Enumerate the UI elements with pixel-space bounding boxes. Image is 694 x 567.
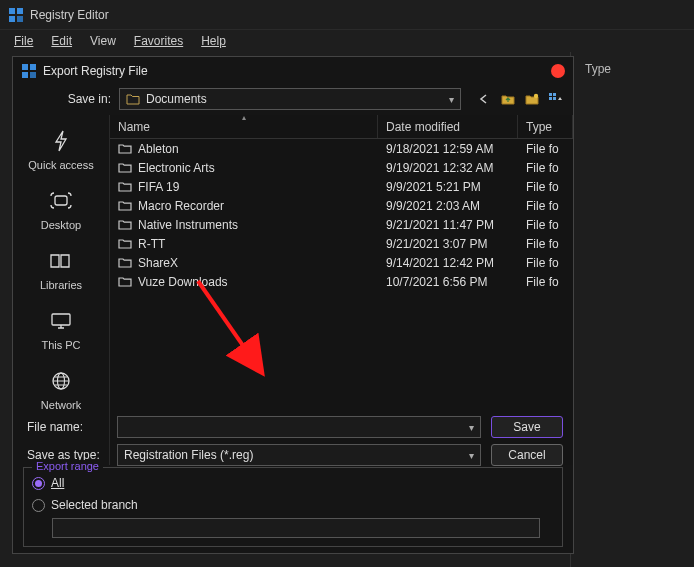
menu-favorites[interactable]: Favorites (126, 32, 191, 50)
table-row[interactable]: Ableton9/18/2021 12:59 AMFile fo (110, 139, 573, 158)
save-in-row: Save in: Documents ▾ (13, 85, 573, 115)
file-type: File fo (518, 256, 573, 270)
export-dialog: Export Registry File Save in: Documents … (12, 56, 574, 554)
file-date: 9/21/2021 3:07 PM (378, 237, 518, 251)
radio-all[interactable]: All (32, 472, 554, 494)
branch-input[interactable] (52, 518, 540, 538)
file-name: Electronic Arts (138, 161, 215, 175)
table-row[interactable]: FIFA 199/9/2021 5:21 PMFile fo (110, 177, 573, 196)
file-date: 9/21/2021 11:47 PM (378, 218, 518, 232)
svg-rect-6 (22, 72, 28, 78)
nav-this-pc[interactable]: This PC (17, 301, 105, 359)
svg-rect-3 (17, 16, 23, 22)
folder-icon (118, 276, 132, 287)
svg-rect-1 (17, 8, 23, 14)
svg-point-8 (534, 94, 538, 98)
svg-rect-9 (549, 93, 552, 96)
table-row[interactable]: Native Instruments9/21/2021 11:47 PMFile… (110, 215, 573, 234)
table-row[interactable]: ShareX9/14/2021 12:42 PMFile fo (110, 253, 573, 272)
libraries-icon (47, 247, 75, 275)
filename-row: File name: ▾ Save (23, 413, 563, 441)
file-date: 9/9/2021 5:21 PM (378, 180, 518, 194)
save-in-combo[interactable]: Documents ▾ (119, 88, 461, 110)
back-icon[interactable] (475, 90, 493, 108)
save-in-label: Save in: (21, 92, 111, 106)
app-titlebar: Registry Editor (0, 0, 694, 30)
new-folder-icon[interactable] (523, 90, 541, 108)
filetype-combo[interactable]: Registration Files (*.reg) ▾ (117, 444, 481, 466)
desktop-icon (47, 187, 75, 215)
svg-rect-11 (549, 97, 552, 100)
globe-icon (47, 367, 75, 395)
file-rows: Ableton9/18/2021 12:59 AMFile foElectron… (110, 139, 573, 291)
svg-rect-10 (553, 93, 556, 96)
chevron-down-icon: ▾ (469, 422, 474, 433)
svg-rect-0 (9, 8, 15, 14)
sort-asc-icon: ▴ (242, 113, 246, 122)
svg-rect-13 (55, 196, 67, 205)
column-header-type[interactable]: Type (577, 58, 688, 80)
filetype-row: Save as type: Registration Files (*.reg)… (23, 441, 563, 469)
svg-rect-4 (22, 64, 28, 70)
svg-rect-7 (30, 72, 36, 78)
lightning-icon (47, 127, 75, 155)
menu-help[interactable]: Help (193, 32, 234, 50)
column-header-date[interactable]: Date modified (378, 115, 518, 138)
regedit-icon (21, 63, 37, 79)
toolbar-icons (469, 90, 565, 108)
view-menu-icon[interactable] (547, 90, 565, 108)
file-type: File fo (518, 180, 573, 194)
list-header: Name ▴ Date modified Type (110, 115, 573, 139)
table-row[interactable]: Vuze Downloads10/7/2021 6:56 PMFile fo (110, 272, 573, 291)
folder-icon (118, 181, 132, 192)
filename-input[interactable]: ▾ (117, 416, 481, 438)
svg-rect-12 (553, 97, 556, 100)
folder-icon (126, 93, 140, 105)
filename-label: File name: (23, 420, 107, 434)
save-button[interactable]: Save (491, 416, 563, 438)
nav-quick-access[interactable]: Quick access (17, 121, 105, 179)
nav-libraries[interactable]: Libraries (17, 241, 105, 299)
folder-icon (118, 162, 132, 173)
menu-file[interactable]: File (6, 32, 41, 50)
file-name: R-TT (138, 237, 165, 251)
menu-view[interactable]: View (82, 32, 124, 50)
column-header-type[interactable]: Type (518, 115, 573, 138)
file-date: 9/19/2021 12:32 AM (378, 161, 518, 175)
chevron-down-icon: ▾ (469, 450, 474, 461)
file-name: ShareX (138, 256, 178, 270)
table-row[interactable]: Electronic Arts9/19/2021 12:32 AMFile fo (110, 158, 573, 177)
export-range-legend: Export range (32, 460, 103, 472)
column-header-name[interactable]: Name ▴ (110, 115, 378, 138)
cancel-button[interactable]: Cancel (491, 444, 563, 466)
file-date: 9/9/2021 2:03 AM (378, 199, 518, 213)
menubar: File Edit View Favorites Help (0, 30, 694, 52)
folder-icon (118, 143, 132, 154)
menu-edit[interactable]: Edit (43, 32, 80, 50)
folder-icon (118, 219, 132, 230)
file-type: File fo (518, 199, 573, 213)
file-name: Native Instruments (138, 218, 238, 232)
table-row[interactable]: Macro Recorder9/9/2021 2:03 AMFile fo (110, 196, 573, 215)
svg-rect-5 (30, 64, 36, 70)
annotation-dot (551, 64, 565, 78)
dialog-titlebar: Export Registry File (13, 57, 573, 85)
file-date: 9/18/2021 12:59 AM (378, 142, 518, 156)
radio-selected-branch[interactable]: Selected branch (32, 494, 554, 516)
file-name: Vuze Downloads (138, 275, 228, 289)
file-date: 9/14/2021 12:42 PM (378, 256, 518, 270)
export-range-group: Export range All Selected branch (23, 467, 563, 547)
regedit-icon (8, 7, 24, 23)
pc-icon (47, 307, 75, 335)
dialog-title: Export Registry File (43, 64, 148, 78)
up-folder-icon[interactable] (499, 90, 517, 108)
file-type: File fo (518, 275, 573, 289)
folder-icon (118, 257, 132, 268)
file-name: FIFA 19 (138, 180, 179, 194)
list-panel: Type (570, 52, 694, 567)
file-type: File fo (518, 237, 573, 251)
nav-desktop[interactable]: Desktop (17, 181, 105, 239)
file-type: File fo (518, 142, 573, 156)
table-row[interactable]: R-TT9/21/2021 3:07 PMFile fo (110, 234, 573, 253)
file-type: File fo (518, 161, 573, 175)
